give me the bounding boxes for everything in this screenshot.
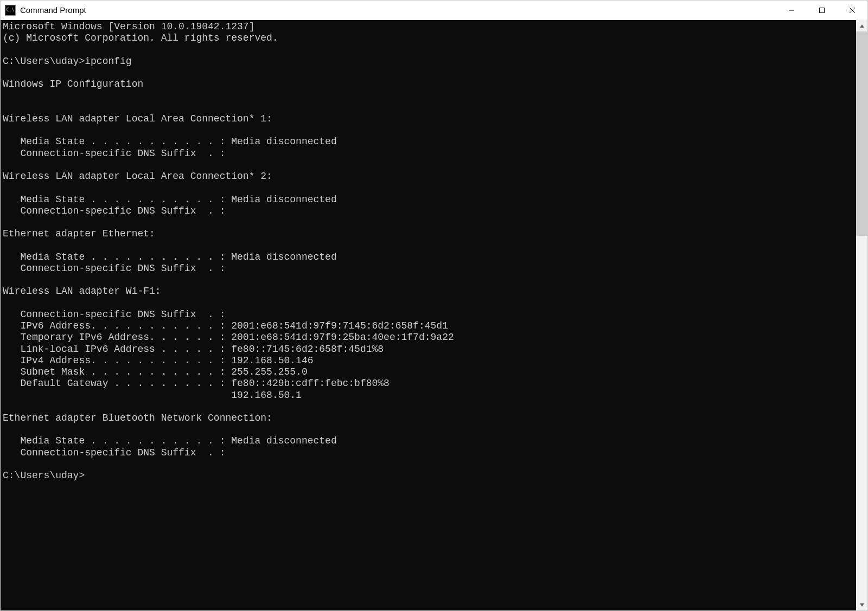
terminal-content[interactable]: Microsoft Windows [Version 10.0.19042.12… [1,20,856,610]
terminal-line [3,182,856,194]
terminal-line: Media State . . . . . . . . . . . : Medi… [3,194,856,205]
terminal-line: Temporary IPv6 Address. . . . . . : 2001… [3,332,856,343]
terminal-line: Connection-specific DNS Suffix . : [3,263,856,274]
terminal-line [3,125,856,136]
terminal-line: IPv4 Address. . . . . . . . . . . : 192.… [3,355,856,366]
terminal-line [3,298,856,309]
terminal-line: Microsoft Windows [Version 10.0.19042.12… [3,21,856,33]
minimize-button[interactable] [776,1,807,20]
terminal-line: Connection-specific DNS Suffix . : [3,205,856,217]
scrollbar[interactable] [856,20,867,610]
terminal-line: IPv6 Address. . . . . . . . . . . : 2001… [3,320,856,332]
terminal-line: Media State . . . . . . . . . . . : Medi… [3,435,856,447]
scroll-track[interactable] [856,31,867,599]
terminal-line: C:\Users\uday>ipconfig [3,56,856,67]
terminal-line [3,401,856,413]
terminal-line: Media State . . . . . . . . . . . : Medi… [3,136,856,147]
terminal-line: Link-local IPv6 Address . . . . . : fe80… [3,344,856,355]
window-controls [776,1,867,20]
window-title: Command Prompt [20,5,776,15]
terminal-line [3,459,856,470]
terminal-line: Connection-specific DNS Suffix . : [3,148,856,159]
terminal-area: Microsoft Windows [Version 10.0.19042.12… [1,20,867,610]
terminal-line: 192.168.50.1 [3,390,856,401]
terminal-line: Ethernet adapter Bluetooth Network Conne… [3,413,856,424]
terminal-line [3,67,856,79]
terminal-line: Connection-specific DNS Suffix . : [3,309,856,320]
terminal-line: Media State . . . . . . . . . . . : Medi… [3,252,856,263]
terminal-line: Wireless LAN adapter Wi-Fi: [3,286,856,297]
terminal-line [3,44,856,55]
terminal-line: Windows IP Configuration [3,79,856,90]
terminal-line: Connection-specific DNS Suffix . : [3,447,856,459]
terminal-line [3,90,856,101]
terminal-line: Default Gateway . . . . . . . . . : fe80… [3,378,856,389]
terminal-line [3,217,856,228]
terminal-line: (c) Microsoft Corporation. All rights re… [3,33,856,44]
terminal-line [3,102,856,113]
terminal-line: Ethernet adapter Ethernet: [3,228,856,240]
terminal-line: Wireless LAN adapter Local Area Connecti… [3,113,856,125]
app-icon: C:\ [5,5,16,16]
command-prompt-window: C:\ Command Prompt Microsoft Windows [Ve… [0,0,868,611]
terminal-line: Subnet Mask . . . . . . . . . . . : 255.… [3,366,856,378]
scroll-down-button[interactable] [856,599,867,610]
scroll-up-button[interactable] [856,20,867,31]
titlebar[interactable]: C:\ Command Prompt [1,1,867,20]
svg-rect-1 [820,8,825,12]
terminal-line [3,159,856,171]
terminal-line [3,274,856,286]
terminal-line: Wireless LAN adapter Local Area Connecti… [3,171,856,182]
terminal-line [3,424,856,435]
maximize-button[interactable] [807,1,837,20]
scroll-thumb[interactable] [856,31,867,236]
svg-marker-5 [860,603,864,607]
terminal-line: C:\Users\uday> [3,470,856,481]
close-button[interactable] [837,1,867,20]
svg-marker-4 [860,24,864,28]
terminal-line [3,240,856,251]
